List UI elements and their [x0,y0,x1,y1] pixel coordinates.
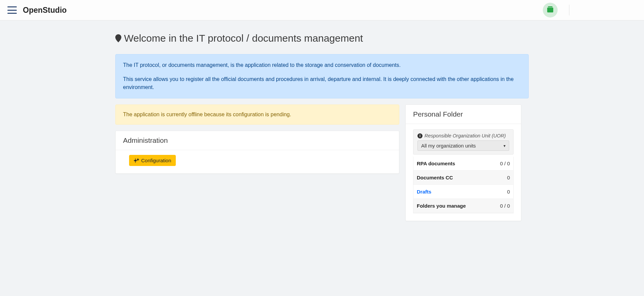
administration-card-title: Administration [116,131,399,150]
uor-label-text: Responsible Organization Unit (UOR) [425,133,506,138]
pin-icon [115,34,121,42]
configuration-button[interactable]: Configuration [129,155,176,166]
svg-rect-4 [136,160,137,161]
svg-point-5 [137,159,138,160]
uor-select[interactable]: All my organization units [417,140,509,151]
list-item[interactable]: RPA documents 0 / 0 [413,157,513,171]
warning-alert-text: The application is currently offline bec… [123,112,291,117]
list-item-label[interactable]: Drafts [417,189,431,195]
uor-filter-section: i Responsible Organization Unit (UOR) Al… [413,129,514,155]
list-item-value: 0 / 0 [500,161,510,166]
page-content: Welcome in the IT protocol / documents m… [115,20,529,235]
svg-rect-1 [135,159,136,159]
info-icon: i [417,133,422,138]
briefcase-icon [547,8,553,12]
list-item-label: Documents CC [417,175,453,180]
list-item[interactable]: Documents CC 0 [413,171,513,185]
list-item[interactable]: Drafts 0 [413,185,513,199]
svg-rect-7 [138,160,138,161]
list-item[interactable]: Folders you manage 0 / 0 [413,199,513,213]
top-navbar: OpenStudio [0,0,644,20]
svg-rect-9 [138,159,139,160]
personal-folder-list: RPA documents 0 / 0 Documents CC 0 Draft… [413,157,514,213]
uor-label: i Responsible Organization Unit (UOR) [417,133,509,138]
page-title-text: Welcome in the IT protocol / documents m… [124,33,363,44]
user-avatar-button[interactable] [543,3,558,17]
gears-icon [134,158,139,163]
svg-rect-2 [135,162,136,162]
svg-point-0 [134,160,136,162]
svg-rect-6 [138,158,138,159]
list-item-label: RPA documents [417,161,455,166]
svg-rect-3 [134,160,134,161]
personal-folder-card: Personal Folder i Responsible Organizati… [405,104,521,221]
configuration-button-label: Configuration [141,158,171,163]
navbar-right [543,3,637,17]
menu-toggle-icon[interactable] [7,6,17,14]
uor-select-value: All my organization units [421,143,476,149]
info-alert-text-1: The IT protocol, or documents management… [123,61,521,69]
list-item-value: 0 [507,175,510,180]
administration-card: Administration [115,131,399,174]
svg-rect-8 [137,159,137,160]
info-alert-text-2: This service allows you to register all … [123,75,521,91]
list-item-label: Folders you manage [417,203,466,209]
warning-alert: The application is currently offline bec… [115,104,399,125]
info-alert: The IT protocol, or documents management… [115,54,529,98]
page-title: Welcome in the IT protocol / documents m… [115,33,529,44]
navbar-divider [569,5,569,15]
list-item-value: 0 / 0 [500,203,510,209]
list-item-value: 0 [507,189,510,195]
personal-folder-title: Personal Folder [406,105,521,124]
brand-logo[interactable]: OpenStudio [23,6,67,15]
